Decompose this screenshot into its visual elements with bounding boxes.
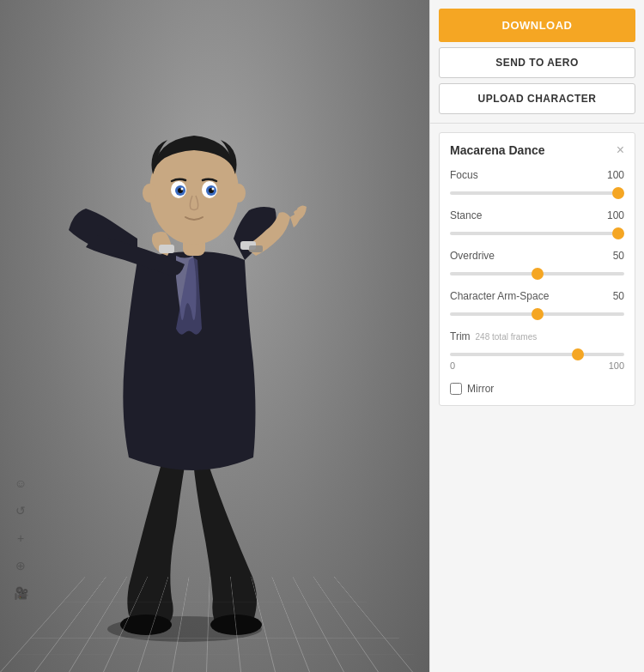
download-button[interactable]: DOWNLOAD: [439, 9, 635, 42]
transform-icon[interactable]: ⊕: [10, 555, 31, 576]
overdrive-value: 50: [613, 250, 624, 262]
arm-space-slider[interactable]: [450, 312, 624, 316]
arm-space-value: 50: [613, 290, 624, 302]
overdrive-label: Overdrive: [450, 250, 495, 262]
stance-slider[interactable]: [450, 232, 624, 235]
overdrive-slider-row: Overdrive 50: [450, 250, 624, 278]
focus-slider-row: Focus 100: [450, 169, 624, 197]
svg-point-14: [212, 188, 215, 191]
trim-slider[interactable]: [450, 353, 624, 356]
svg-point-13: [181, 188, 184, 191]
svg-rect-17: [249, 245, 263, 252]
arm-space-slider-row: Character Arm-Space 50: [450, 290, 624, 318]
face-icon[interactable]: ☺: [10, 473, 31, 493]
viewport-toolbar: ☺ ↺ + ⊕ 🎥: [10, 473, 31, 603]
stance-label: Stance: [450, 209, 482, 221]
svg-point-1: [120, 614, 172, 635]
camera-icon[interactable]: 🎥: [10, 583, 31, 603]
stance-slider-row: Stance 100: [450, 209, 624, 238]
arm-space-label: Character Arm-Space: [450, 290, 549, 302]
overdrive-slider[interactable]: [450, 272, 624, 275]
add-icon[interactable]: +: [10, 528, 31, 548]
panel-title: Macarena Dance: [450, 143, 545, 157]
undo-icon[interactable]: ↺: [10, 500, 31, 521]
svg-point-15: [143, 184, 156, 203]
svg-point-16: [232, 184, 246, 203]
svg-point-2: [210, 614, 262, 635]
mirror-checkbox[interactable]: [450, 383, 462, 395]
focus-value: 100: [607, 169, 624, 181]
close-panel-button[interactable]: ×: [617, 143, 624, 157]
panel-header: Macarena Dance ×: [450, 143, 624, 157]
action-buttons: DOWNLOAD SEND TO AERO UPLOAD CHARACTER: [430, 0, 644, 124]
stance-value: 100: [607, 209, 624, 221]
trim-label: Trim: [450, 330, 471, 342]
trim-subtitle: 248 total frames: [476, 332, 538, 342]
svg-rect-4: [159, 245, 174, 253]
trim-range-start: 0: [450, 360, 455, 371]
trim-range-end: 100: [609, 360, 624, 371]
svg-point-0: [107, 616, 262, 642]
trim-slider-row: Trim 248 total frames 0 100: [450, 330, 624, 371]
mirror-row: Mirror: [450, 383, 624, 395]
focus-label: Focus: [450, 169, 478, 181]
right-panel: DOWNLOAD SEND TO AERO UPLOAD CHARACTER M…: [429, 0, 644, 672]
send-to-aero-button[interactable]: SEND TO AERO: [439, 47, 635, 78]
3d-viewport[interactable]: ☺ ↺ + ⊕ 🎥: [0, 0, 429, 672]
upload-character-button[interactable]: UPLOAD CHARACTER: [439, 83, 635, 114]
focus-slider[interactable]: [450, 191, 624, 195]
character-figure: [26, 88, 352, 646]
mirror-label: Mirror: [467, 383, 494, 395]
animation-controls-panel: Macarena Dance × Focus 100 Stance 100 Ov…: [439, 132, 635, 406]
